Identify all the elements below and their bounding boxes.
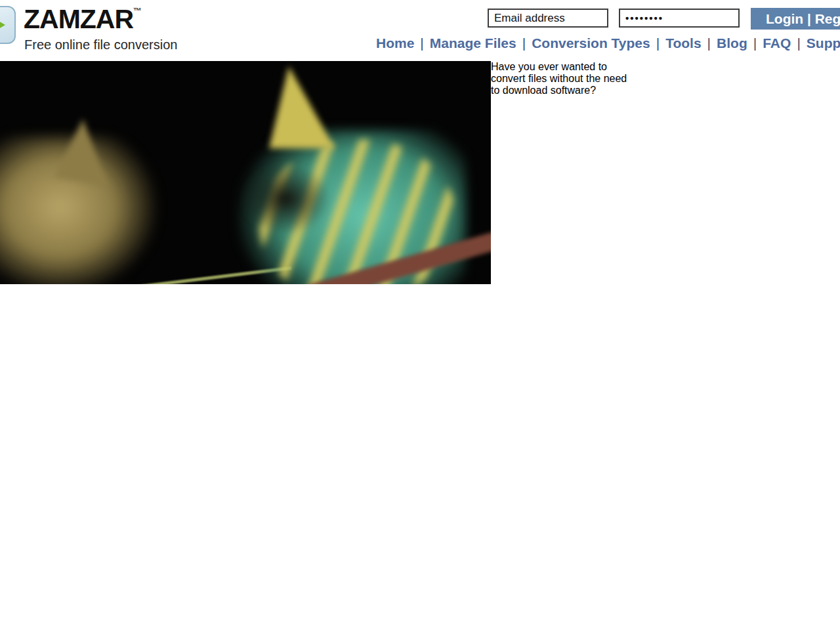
zamzar-page: ZAMZAR™ Free online file conversion Logi…: [0, 0, 840, 630]
left-chameleon-crest: [54, 116, 118, 187]
chameleon-photo: [0, 61, 491, 284]
right-chameleon-head: [240, 163, 331, 235]
nav-item-manage-files[interactable]: Manage Files: [430, 35, 516, 51]
nav-separator: |: [707, 35, 711, 51]
nav-item-support[interactable]: Support: [807, 35, 840, 51]
trademark-symbol: ™: [133, 6, 141, 16]
banner-headline: Have you ever wanted to convert files wi…: [491, 61, 840, 96]
nav-separator: |: [797, 35, 800, 51]
nav-separator: |: [753, 35, 757, 51]
login-register-button[interactable]: Login | Register: [751, 8, 840, 30]
nav-item-home[interactable]: Home: [376, 35, 414, 51]
banner-headline-line1: Have you ever wanted to: [491, 61, 840, 73]
main-nav: Home|Manage Files|Conversion Types|Tools…: [376, 35, 840, 51]
right-chameleon-crest: [269, 66, 335, 148]
nav-item-faq[interactable]: FAQ: [763, 35, 791, 51]
header: ZAMZAR™ Free online file conversion Logi…: [0, 0, 840, 61]
banner-blue-panel: Have you ever wanted to convert files wi…: [491, 61, 840, 284]
nav-item-conversion-types[interactable]: Conversion Types: [532, 35, 650, 51]
nav-item-tools[interactable]: Tools: [665, 35, 701, 51]
banner-headline-line2: convert files without the need: [491, 73, 840, 85]
nav-separator: |: [420, 35, 423, 51]
green-arrow-icon: [0, 16, 5, 34]
banner-headline-line3: to download software?: [491, 85, 840, 96]
brand-name: ZAMZAR™: [24, 4, 141, 35]
hero-banner: Have you ever wanted to convert files wi…: [0, 61, 840, 284]
brand-tagline: Free online file conversion: [24, 37, 177, 52]
nav-separator: |: [656, 35, 660, 51]
nav-separator: |: [522, 35, 526, 51]
password-input[interactable]: [619, 9, 740, 28]
brand-name-text: ZAMZAR: [24, 4, 133, 34]
email-login-input[interactable]: [488, 9, 608, 28]
nav-item-blog[interactable]: Blog: [717, 35, 747, 51]
zamzar-logo-icon: [0, 6, 16, 44]
